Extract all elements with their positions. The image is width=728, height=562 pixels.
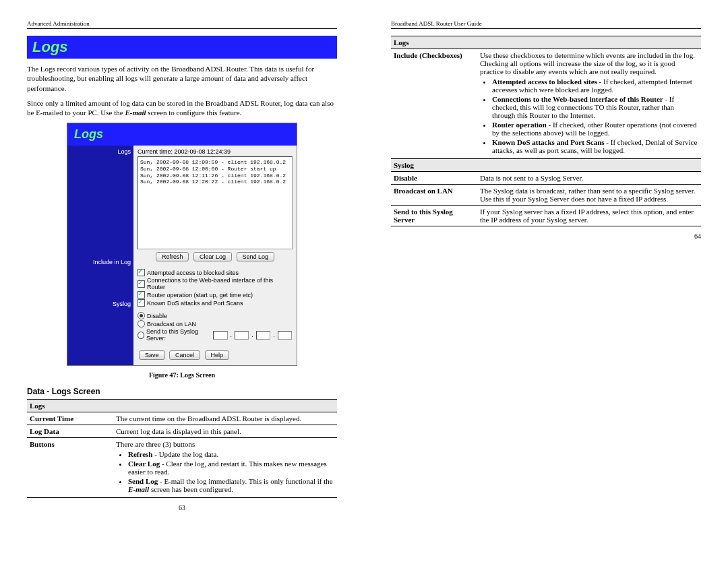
page-title: Logs [27,36,337,59]
data-table-left: Logs Current Time The current time on th… [27,399,337,498]
table-row: Include (Checkboxes) Use these checkboxe… [391,49,701,159]
table-row: Disable Data is not sent to a Syslog Ser… [391,172,701,185]
page-number-left: 63 [179,504,185,511]
checkbox-blocked[interactable] [138,269,145,276]
table-row: Buttons There are three (3) buttons Refr… [27,438,337,498]
figure-caption: Figure 47: Logs Screen [27,371,337,379]
clear-log-button[interactable]: Clear Log [193,252,232,261]
shot-title: Logs [67,123,297,146]
intro-para-2: Since only a limited amount of log data … [27,98,337,118]
table-row: Broadcast on LAN The Syslog data is broa… [391,185,701,206]
header-left: Advanced Administration [27,20,337,29]
group-logs-right: Logs [391,36,701,49]
ip-octet-2[interactable] [235,331,249,340]
log-textarea[interactable]: Sun, 2002-09-08 12:09:59 - client 192.16… [138,156,293,249]
radio-broadcast[interactable] [138,320,145,327]
shot-label-syslog: Syslog [70,301,131,307]
table-row: Current Time The current time on the Bro… [27,412,337,425]
table-row: Log Data Current log data is displayed i… [27,425,337,438]
logs-screenshot: Logs Logs Include in Log Syslog Current … [67,123,297,366]
table-row: Send to this Syslog Server If your Syslo… [391,206,701,226]
send-log-button[interactable]: Send Log [237,252,275,261]
group-logs: Logs [27,400,337,412]
save-button[interactable]: Save [139,350,165,360]
shot-label-logs: Logs [70,148,131,155]
checkbox-dos[interactable] [138,299,145,307]
cancel-button[interactable]: Cancel [169,350,200,360]
intro-para-1: The Logs record various types of activit… [27,64,337,93]
ip-octet-1[interactable] [213,331,227,340]
data-table-right-1: Logs Include (Checkboxes) Use these chec… [391,36,701,226]
page-number-right: 64 [694,232,701,240]
ip-octet-4[interactable] [278,331,292,340]
radio-syslog-server[interactable] [138,332,144,339]
header-right: Broadband ADSL Router User Guide [391,20,701,29]
checkbox-web[interactable] [138,280,145,288]
current-time-label: Current time: [138,148,173,155]
group-syslog: Syslog [391,159,701,172]
ip-octet-3[interactable] [256,331,270,340]
refresh-button[interactable]: Refresh [156,252,189,261]
help-button[interactable]: Help [205,350,230,360]
current-time-value: 2002-09-08 12:24:39 [175,148,231,155]
shot-label-include: Include in Log [70,259,131,266]
radio-disable[interactable] [138,312,145,319]
section-heading: Data - Logs Screen [27,387,337,396]
